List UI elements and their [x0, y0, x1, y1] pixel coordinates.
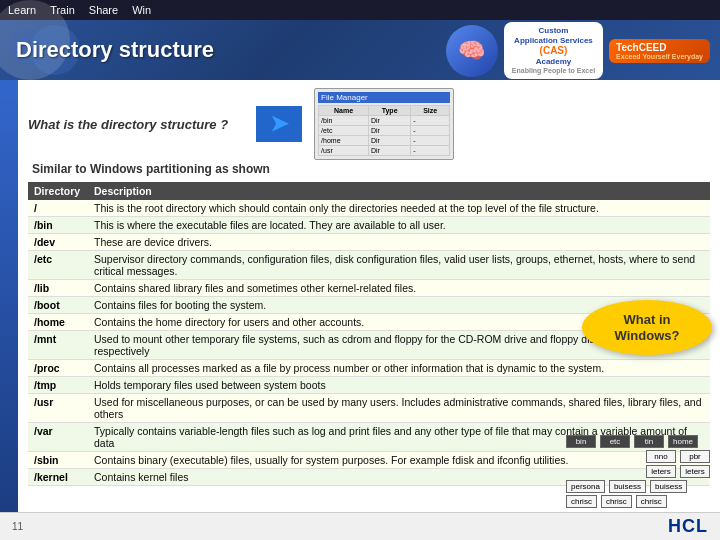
dir-cell: /etc	[28, 251, 88, 280]
desc-cell: Holds temporary files used between syste…	[88, 377, 710, 394]
menu-item-win[interactable]: Win	[132, 4, 151, 16]
cas-logo: Custom Application Services (CAS) Academ…	[504, 22, 603, 79]
table-row: /This is the root directory which should…	[28, 200, 710, 217]
table-row: /procContains all processes marked as a …	[28, 360, 710, 377]
hcl-logo: HCL	[668, 516, 708, 537]
desc-cell: These are device drivers.	[88, 234, 710, 251]
brain-icon: 🧠	[446, 25, 498, 77]
dir-cell: /kernel	[28, 469, 88, 486]
intro-section: What is the directory structure ? ➤ File…	[28, 88, 710, 176]
intro-description: Similar to Windows partitioning as shown	[32, 162, 710, 176]
table-row: /devThese are device drivers.	[28, 234, 710, 251]
logo-area: 🧠 Custom Application Services (CAS) Acad…	[446, 22, 710, 79]
arrow-box: ➤	[256, 106, 302, 142]
dir-cell: /usr	[28, 394, 88, 423]
menu-item-share[interactable]: Share	[89, 4, 118, 16]
desc-cell: This is the root directory which should …	[88, 200, 710, 217]
dir-cell: /proc	[28, 360, 88, 377]
header: Directory structure 🧠 Custom Application…	[0, 20, 720, 80]
menu-bar: Learn Train Share Win	[0, 0, 720, 20]
dir-cell: /dev	[28, 234, 88, 251]
mini-file-manager: File Manager NameTypeSize /binDir- /etcD…	[314, 88, 454, 160]
col-desc: Description	[88, 182, 710, 200]
footer: 11 HCL	[0, 512, 720, 540]
dir-cell: /sbin	[28, 452, 88, 469]
dir-cell: /mnt	[28, 331, 88, 360]
windows-diagram: bin etc tin home nno pbr leters leters p…	[566, 435, 710, 510]
desc-cell: This is where the executable files are l…	[88, 217, 710, 234]
content-area: What is the directory structure ? ➤ File…	[18, 80, 720, 540]
dir-cell: /lib	[28, 280, 88, 297]
dir-cell: /bin	[28, 217, 88, 234]
table-row: /etcSupervisor directory commands, confi…	[28, 251, 710, 280]
page-title: Directory structure	[16, 37, 214, 63]
dir-cell: /var	[28, 423, 88, 452]
dir-cell: /	[28, 200, 88, 217]
desc-cell: Contains shared library files and someti…	[88, 280, 710, 297]
table-row: /libContains shared library files and so…	[28, 280, 710, 297]
table-row: /usrUsed for miscellaneous purposes, or …	[28, 394, 710, 423]
main-area: What is the directory structure ? ➤ File…	[0, 80, 720, 540]
desc-cell: Supervisor directory commands, configura…	[88, 251, 710, 280]
left-strip	[0, 80, 18, 540]
desc-cell: Contains all processes marked as a file …	[88, 360, 710, 377]
intro-question: What is the directory structure ?	[28, 117, 228, 132]
dir-cell: /home	[28, 314, 88, 331]
dir-cell: /tmp	[28, 377, 88, 394]
windows-callout: What in Windows?	[582, 300, 712, 355]
dir-cell: /boot	[28, 297, 88, 314]
col-dir: Directory	[28, 182, 88, 200]
techceed-logo: TechCEED Exceed Yourself Everyday	[609, 39, 710, 63]
desc-cell: Used for miscellaneous purposes, or can …	[88, 394, 710, 423]
table-row: /binThis is where the executable files a…	[28, 217, 710, 234]
table-row: /tmpHolds temporary files used between s…	[28, 377, 710, 394]
page-number: 11	[12, 521, 23, 532]
